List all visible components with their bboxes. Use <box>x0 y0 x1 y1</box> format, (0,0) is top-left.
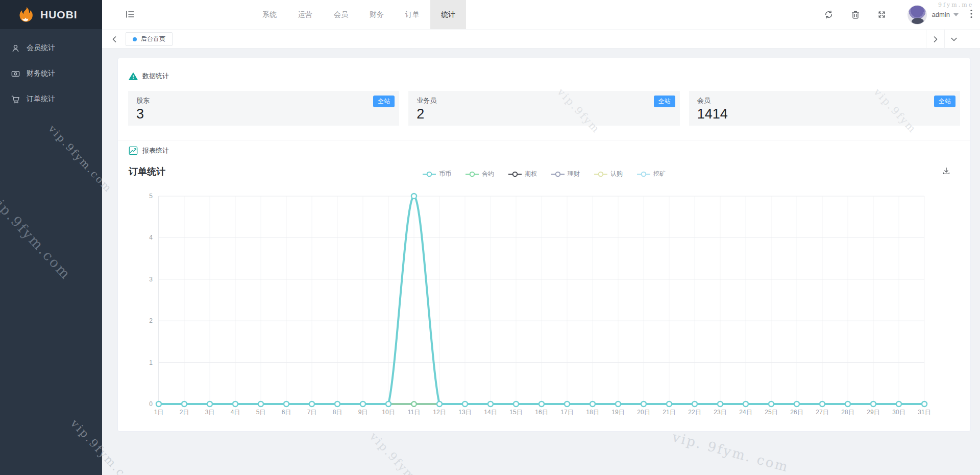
stat-card-members: 会员 1414 全站 <box>689 91 960 126</box>
refresh-icon[interactable] <box>816 10 842 19</box>
svg-text:30日: 30日 <box>892 409 905 416</box>
fox-flame-logo-icon <box>17 6 35 23</box>
nav-tab-finance[interactable]: 财务 <box>359 0 395 29</box>
legend-item-挖矿[interactable]: 挖矿 <box>637 170 666 178</box>
svg-text:14日: 14日 <box>484 409 497 416</box>
svg-text:5日: 5日 <box>256 409 266 416</box>
sidebar-item-finance-stats[interactable]: 财务统计 <box>0 61 102 86</box>
nav-tab-statistics[interactable]: 统计 <box>430 0 466 29</box>
data-stats-section-header: 数据统计 <box>129 72 169 81</box>
stat-card-salesmen: 业务员 2 全站 <box>408 91 679 126</box>
top-nav-tabs: 系统 运营 会员 财务 订单 统计 <box>252 0 466 29</box>
svg-text:18日: 18日 <box>586 409 599 416</box>
svg-text:3: 3 <box>149 276 153 283</box>
stat-cards-row: 股东 3 全站 业务员 2 全站 会员 1414 全站 <box>128 91 960 126</box>
sidebar-item-label: 订单统计 <box>27 94 55 104</box>
watermark: vip. 9fym. com <box>671 429 791 475</box>
warning-triangle-icon <box>129 72 138 81</box>
top-header: 系统 运营 会员 财务 订单 统计 <box>102 0 980 29</box>
fullscreen-icon[interactable] <box>869 10 895 19</box>
tags-scroll-left-icon[interactable] <box>105 30 124 49</box>
svg-text:4: 4 <box>149 234 153 241</box>
svg-text:3日: 3日 <box>205 409 215 416</box>
legend-item-期权[interactable]: 期权 <box>508 170 537 178</box>
member-stats-icon <box>11 43 20 53</box>
svg-text:31日: 31日 <box>918 409 930 416</box>
download-chart-icon[interactable] <box>942 167 951 178</box>
tag-home[interactable]: 后台首页 <box>126 32 173 46</box>
tags-bar: 后台首页 <box>102 29 980 49</box>
svg-text:25日: 25日 <box>765 409 777 416</box>
brand-logo[interactable]: HUOBI <box>0 0 102 29</box>
status-badge: 全站 <box>373 96 395 107</box>
svg-text:6日: 6日 <box>282 409 291 416</box>
tag-active-dot <box>133 37 137 41</box>
stat-value: 3 <box>136 106 391 122</box>
svg-text:7日: 7日 <box>307 409 317 416</box>
sidebar-item-label: 财务统计 <box>27 69 55 78</box>
svg-text:1日: 1日 <box>154 409 164 416</box>
nav-tab-order[interactable]: 订单 <box>395 0 430 29</box>
svg-text:17日: 17日 <box>560 409 573 416</box>
trash-icon[interactable] <box>842 10 869 19</box>
svg-text:20日: 20日 <box>637 409 650 416</box>
svg-text:29日: 29日 <box>867 409 879 416</box>
admin-username[interactable]: admin <box>932 11 950 18</box>
nav-tab-operation[interactable]: 运营 <box>287 0 323 29</box>
section-title: 数据统计 <box>142 72 169 81</box>
sidebar-item-label: 会员统计 <box>27 43 55 53</box>
more-options-icon[interactable] <box>970 9 973 21</box>
legend-marker-icon <box>465 171 479 177</box>
legend-marker-icon <box>637 171 650 177</box>
user-dropdown-caret-icon[interactable] <box>953 13 959 16</box>
svg-text:23日: 23日 <box>714 409 726 416</box>
svg-text:5: 5 <box>149 193 153 200</box>
status-badge: 全站 <box>654 96 675 107</box>
svg-text:13日: 13日 <box>458 409 471 416</box>
svg-text:28日: 28日 <box>841 409 854 416</box>
section-title: 报表统计 <box>142 146 169 155</box>
sidebar-item-order-stats[interactable]: 订单统计 <box>0 86 102 112</box>
stat-label: 股东 <box>136 96 391 105</box>
legend-item-理财[interactable]: 理财 <box>551 170 580 178</box>
finance-stats-icon <box>11 69 20 79</box>
section-divider <box>118 140 970 140</box>
tags-menu-caret-icon[interactable] <box>944 30 963 49</box>
svg-text:4日: 4日 <box>231 409 240 416</box>
svg-text:21日: 21日 <box>663 409 675 416</box>
legend-marker-icon <box>594 171 607 177</box>
sidebar: HUOBI 会员统计 财务统计 订单统计 <box>0 0 102 475</box>
stat-value: 2 <box>416 106 671 122</box>
order-stats-line-chart: 0123451日2日3日4日5日6日7日8日9日10日11日12日13日14日1… <box>118 184 970 424</box>
svg-text:8日: 8日 <box>333 409 342 416</box>
svg-text:27日: 27日 <box>816 409 828 416</box>
menu-collapse-icon[interactable] <box>125 9 135 21</box>
brand-name: HUOBI <box>40 9 78 21</box>
stat-label: 会员 <box>697 96 952 105</box>
tags-scroll-right-icon[interactable] <box>926 30 944 49</box>
tag-label: 后台首页 <box>141 35 165 43</box>
svg-text:22日: 22日 <box>688 409 701 416</box>
user-avatar[interactable] <box>908 5 927 25</box>
stat-value: 1414 <box>697 106 952 122</box>
watermark: vip.9fym.com <box>368 430 442 475</box>
svg-text:1: 1 <box>149 359 153 366</box>
legend-item-合约[interactable]: 合约 <box>465 170 494 178</box>
legend-marker-icon <box>423 171 436 177</box>
legend-marker-icon <box>551 171 565 177</box>
nav-tab-system[interactable]: 系统 <box>252 0 287 29</box>
svg-text:26日: 26日 <box>790 409 803 416</box>
stat-card-shareholders: 股东 3 全站 <box>128 91 399 126</box>
svg-text:11日: 11日 <box>408 409 420 416</box>
svg-text:2: 2 <box>149 317 153 324</box>
legend-item-认购[interactable]: 认购 <box>594 170 623 178</box>
nav-tab-member[interactable]: 会员 <box>323 0 359 29</box>
sidebar-item-member-stats[interactable]: 会员统计 <box>0 35 102 61</box>
legend-marker-icon <box>508 171 522 177</box>
report-section-header: 报表统计 <box>129 146 169 155</box>
trend-chart-icon <box>129 146 138 155</box>
main-panel: 数据统计 股东 3 全站 业务员 2 全站 会员 1414 全站 报表统计 订单… <box>117 58 971 432</box>
svg-text:0: 0 <box>149 400 153 408</box>
legend-item-币币[interactable]: 币币 <box>423 170 451 178</box>
svg-text:15日: 15日 <box>509 409 522 416</box>
